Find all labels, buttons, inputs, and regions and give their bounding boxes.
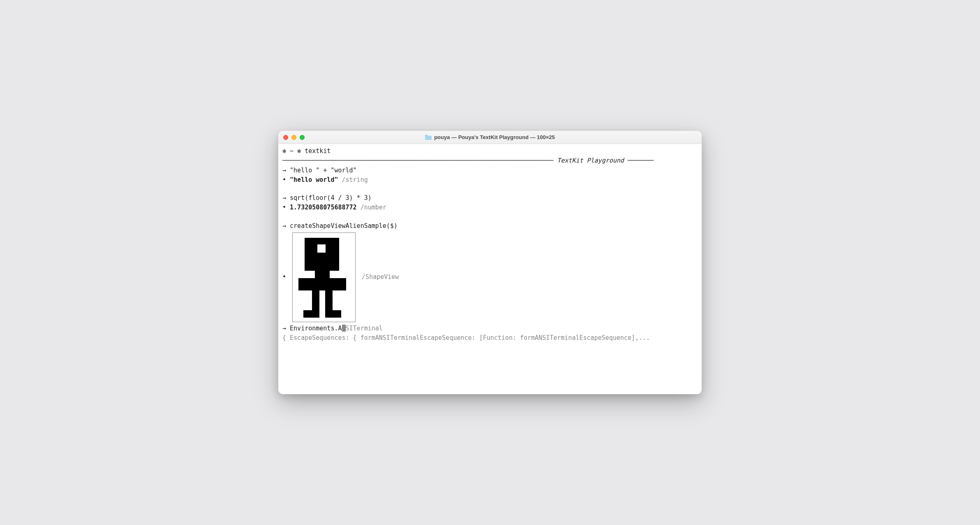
output-line-2: • 1.7320508075688772 /number xyxy=(282,203,698,212)
close-button[interactable] xyxy=(283,135,288,140)
output-value-1: "hello world" xyxy=(290,175,338,185)
terminal-window: pouya — Pouya's TextKit Playground — 100… xyxy=(278,131,702,394)
maximize-button[interactable] xyxy=(300,135,305,140)
output-type-2: /number xyxy=(357,203,386,212)
output-line-3: • xyxy=(282,231,698,324)
output-value-2: 1.7320508075688772 xyxy=(290,203,357,212)
output-type-1: /string xyxy=(338,175,368,185)
shapeview-box xyxy=(292,232,356,322)
output-bullet: • xyxy=(282,175,290,185)
output-line-1: • "hello world" /string xyxy=(282,175,698,185)
input-line-3: → createShapeViewAlienSample($) xyxy=(282,221,698,231)
input-line-2: → sqrt(floor(4 / 3) * 3) xyxy=(282,193,698,203)
banner-label: TextKit Playground xyxy=(557,157,624,164)
input-line-4[interactable]: → Environments.ASITerminal xyxy=(282,324,698,333)
traffic-lights xyxy=(283,135,305,140)
blank-line xyxy=(282,185,698,193)
window-title: pouya — Pouya's TextKit Playground — 100… xyxy=(434,134,555,140)
alien-shape xyxy=(293,233,355,322)
current-input-typed: → Environments.A xyxy=(282,324,342,333)
cursor xyxy=(342,325,346,332)
preview-line: { EscapeSequences: { formANSITerminalEsc… xyxy=(282,333,698,343)
title-wrap: pouya — Pouya's TextKit Playground — 100… xyxy=(278,134,702,140)
minimize-button[interactable] xyxy=(291,135,296,140)
autocomplete-suggestion: SITerminal xyxy=(346,324,383,333)
prompt-header: ✻ ~ ✻ textkit xyxy=(282,146,698,156)
input-line-1: → "hello " + "world" xyxy=(282,166,698,175)
titlebar[interactable]: pouya — Pouya's TextKit Playground — 100… xyxy=(278,131,702,144)
output-bullet: • xyxy=(282,203,290,212)
terminal-content[interactable]: ✻ ~ ✻ textkit ──────────────────────────… xyxy=(278,144,702,394)
folder-icon xyxy=(425,135,432,140)
banner-line: ────────────────────────────────────────… xyxy=(282,156,698,165)
output-bullet: • xyxy=(282,272,290,282)
blank-line xyxy=(282,213,698,221)
output-type-3: /ShapeView xyxy=(358,272,399,282)
